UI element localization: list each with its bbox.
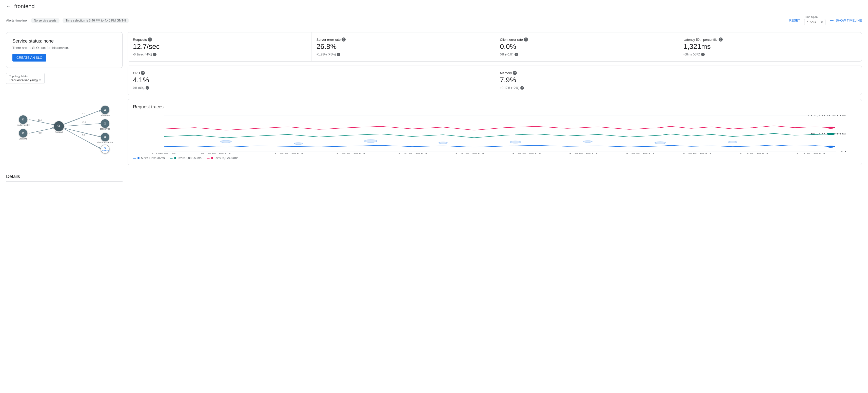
client-error-label: Client error rate ? bbox=[500, 37, 673, 41]
svg-text:⚙: ⚙ bbox=[103, 122, 106, 125]
topology-metric-value: Requests/sec (avg) bbox=[9, 78, 38, 82]
memory-value: 7.9% bbox=[500, 76, 857, 84]
svg-text:cartservice: cartservice bbox=[100, 128, 111, 130]
svg-text:frontend: frontend bbox=[55, 131, 63, 134]
service-status-description: There are no SLOs set for this service. bbox=[12, 46, 116, 50]
traces-chart: 10,000ms 5,000ms 0 bbox=[133, 114, 857, 154]
left-panel: Service status: none There are no SLOs s… bbox=[6, 32, 123, 184]
svg-text:loadgenerator: loadgenerator bbox=[17, 124, 30, 126]
svg-text:⚙: ⚙ bbox=[57, 124, 61, 128]
service-status-title: Service status: none bbox=[12, 38, 116, 44]
svg-text:-: - bbox=[82, 141, 83, 143]
svg-text:checkoutservice: checkoutservice bbox=[97, 141, 113, 144]
legend-99: 99%: 6,179.84ms bbox=[207, 156, 238, 160]
svg-text:⚙: ⚙ bbox=[22, 118, 25, 121]
cpu-change-help[interactable]: ? bbox=[146, 86, 149, 90]
svg-text:12.7: 12.7 bbox=[38, 119, 42, 121]
server-error-change-help[interactable]: ? bbox=[337, 53, 340, 56]
svg-text:4:20 PM: 4:20 PM bbox=[510, 153, 541, 154]
legend-95: 95%: 3,888.53ms bbox=[169, 156, 201, 160]
client-error-value: 0.0% bbox=[500, 42, 673, 51]
client-error-change-help[interactable]: ? bbox=[515, 53, 518, 56]
metric-latency: Latency 50th percentile ? 1,321ms -68ms … bbox=[678, 32, 862, 61]
requests-change-help[interactable]: ? bbox=[153, 53, 156, 56]
svg-point-43 bbox=[439, 142, 447, 144]
legend-99-label: 99%: 6,179.84ms bbox=[215, 156, 238, 160]
show-timeline-label: SHOW TIMELINE bbox=[836, 19, 862, 22]
svg-point-44 bbox=[510, 141, 521, 143]
service-status-card: Service status: none There are no SLOs s… bbox=[6, 32, 123, 68]
latency-change: -68ms (-5%) ? bbox=[683, 53, 857, 56]
timespan-wrapper: Time Span 1 hour 6 hours 1 day 1 week bbox=[804, 16, 826, 25]
metric-cpu: CPU ? 4.1% 0% (0%) ? bbox=[128, 66, 495, 95]
create-slo-button[interactable]: CREATE AN SLO bbox=[12, 54, 46, 62]
traces-legend: 50%: 1,295.36ms 95%: 3,888.53ms 99%: 6,1… bbox=[133, 156, 857, 160]
alerts-timeline-bar: Alerts timeline No service alerts Time s… bbox=[0, 13, 868, 28]
topology-diagram: 12.7 0.0 5.3 10.6 0.5 - bbox=[6, 91, 123, 172]
svg-text:0.5: 0.5 bbox=[82, 133, 85, 136]
server-error-help[interactable]: ? bbox=[342, 37, 346, 41]
timespan-select[interactable]: 1 hour 6 hours 1 day 1 week bbox=[804, 19, 826, 25]
show-timeline-button[interactable]: SHOW TIMELINE bbox=[830, 18, 862, 23]
page-title: frontend bbox=[14, 3, 35, 10]
svg-text:4:25 PM: 4:25 PM bbox=[567, 153, 598, 154]
svg-text:4:40 PM: 4:40 PM bbox=[738, 153, 769, 154]
svg-text:⚙: ⚙ bbox=[103, 135, 106, 139]
svg-point-40 bbox=[221, 140, 231, 143]
svg-text:unknown: unknown bbox=[19, 138, 28, 140]
svg-text:4:05 PM: 4:05 PM bbox=[335, 153, 366, 154]
topology-metric-chevron[interactable]: ▼ bbox=[39, 79, 41, 82]
no-alerts-badge: No service alerts bbox=[31, 18, 60, 23]
svg-line-17 bbox=[64, 129, 100, 148]
memory-help[interactable]: ? bbox=[513, 71, 517, 75]
cpu-help[interactable]: ? bbox=[141, 71, 145, 75]
svg-text:⚙: ⚙ bbox=[22, 131, 25, 135]
latency-help[interactable]: ? bbox=[719, 37, 723, 41]
top-metrics-grid: Requests ? 12.7/sec -0.1/sec (-1%) ? Ser… bbox=[128, 32, 862, 62]
topology-section: Topology Metric Requests/sec (avg) ▼ 12.… bbox=[6, 73, 123, 172]
topology-metric-label: Topology Metric bbox=[9, 75, 41, 78]
legend-50: 50%: 1,295.36ms bbox=[133, 156, 164, 160]
svg-text:4:15 PM: 4:15 PM bbox=[454, 153, 485, 154]
svg-point-41 bbox=[294, 143, 303, 145]
memory-change-help[interactable]: ? bbox=[520, 86, 524, 90]
legend-50-line bbox=[133, 158, 136, 158]
client-error-change: 0% (+1%) ? bbox=[500, 53, 673, 56]
svg-point-46 bbox=[655, 142, 665, 144]
traces-title: Request traces bbox=[133, 104, 857, 110]
details-section: Details bbox=[6, 174, 123, 182]
timeline-icon bbox=[830, 18, 834, 23]
svg-text:4:00 PM: 4:00 PM bbox=[273, 153, 304, 154]
requests-label: Requests ? bbox=[133, 37, 306, 41]
reset-button[interactable]: RESET bbox=[789, 19, 800, 22]
metric-server-error: Server error rate ? 26.8% +1.28% (+5%) ? bbox=[311, 32, 495, 61]
svg-text:10.6: 10.6 bbox=[82, 121, 86, 124]
legend-99-line bbox=[207, 158, 210, 158]
svg-line-15 bbox=[64, 124, 100, 126]
svg-text:3:55 PM: 3:55 PM bbox=[200, 153, 231, 154]
client-error-help[interactable]: ? bbox=[524, 37, 528, 41]
requests-value: 12.7/sec bbox=[133, 42, 306, 51]
back-button[interactable]: ← bbox=[6, 4, 11, 9]
svg-text:5.3: 5.3 bbox=[82, 112, 85, 115]
latency-change-help[interactable]: ? bbox=[701, 53, 705, 56]
svg-point-47 bbox=[728, 141, 737, 143]
time-selection-badge: Time selection is 3:46 PM to 4:46 PM GMT… bbox=[63, 18, 129, 23]
svg-text:0.0: 0.0 bbox=[38, 132, 41, 134]
cpu-value: 4.1% bbox=[133, 76, 490, 84]
svg-text:adservice: adservice bbox=[100, 114, 110, 117]
svg-point-38 bbox=[827, 127, 835, 129]
server-error-value: 26.8% bbox=[316, 42, 490, 51]
cpu-change: 0% (0%) ? bbox=[133, 86, 490, 90]
svg-point-42 bbox=[365, 140, 377, 143]
legend-95-line bbox=[169, 158, 173, 158]
legend-99-dot bbox=[211, 157, 213, 159]
svg-text:4:10 PM: 4:10 PM bbox=[397, 153, 428, 154]
metric-client-error: Client error rate ? 0.0% 0% (+1%) ? bbox=[495, 32, 678, 61]
svg-text:+5: +5 bbox=[104, 147, 106, 149]
traces-svg: 10,000ms 5,000ms 0 bbox=[133, 114, 857, 154]
svg-point-45 bbox=[584, 141, 592, 143]
requests-change: -0.1/sec (-1%) ? bbox=[133, 53, 306, 56]
right-panel: Requests ? 12.7/sec -0.1/sec (-1%) ? Ser… bbox=[128, 32, 862, 184]
requests-help[interactable]: ? bbox=[148, 37, 152, 41]
